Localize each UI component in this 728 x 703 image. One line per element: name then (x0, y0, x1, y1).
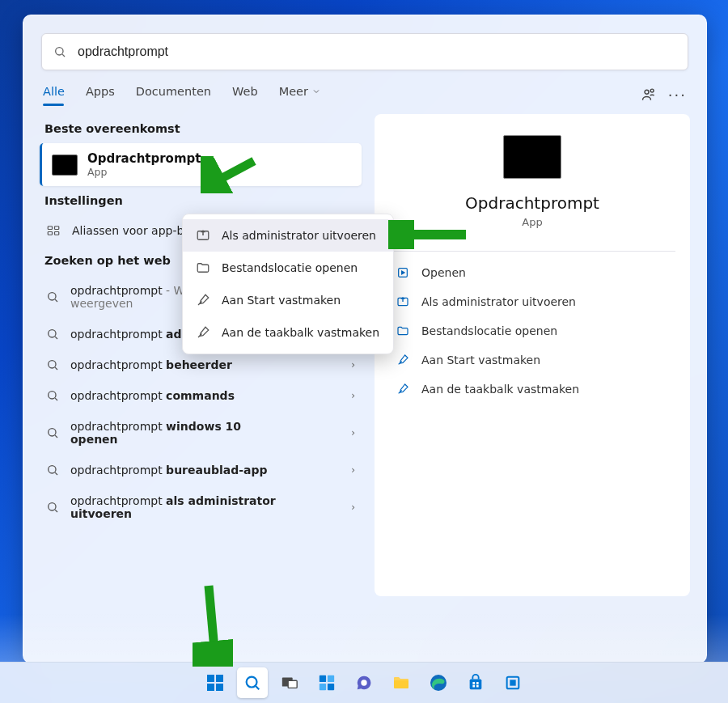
taskbar-widgets-button[interactable] (311, 667, 342, 698)
section-best-match: Beste overeenkomst (40, 114, 362, 143)
search-field[interactable] (41, 33, 688, 70)
detail-action-label: Aan Start vastmaken (421, 354, 540, 366)
context-menu-label: Bestandslocatie openen (222, 261, 358, 274)
svg-line-9 (55, 299, 57, 302)
svg-point-0 (56, 48, 63, 55)
chevron-right-icon[interactable]: › (351, 390, 355, 401)
svg-rect-48 (394, 680, 408, 688)
detail-action-label: Als administrator uitvoeren (421, 295, 576, 308)
search-icon (46, 501, 59, 514)
detail-separator (389, 251, 675, 252)
svg-line-15 (55, 398, 57, 400)
svg-point-3 (650, 89, 654, 92)
svg-rect-4 (48, 227, 52, 230)
svg-rect-46 (328, 684, 334, 690)
taskbar-taskview-button[interactable] (274, 667, 305, 698)
taskbar-store-button[interactable] (460, 667, 491, 698)
web-suggestion-text: opdrachtprompt windows 10 openen (70, 420, 289, 446)
context-menu-label: Aan Start vastmaken (222, 294, 341, 307)
detail-action-label: Openen (421, 266, 466, 279)
filter-apps[interactable]: Apps (86, 85, 115, 104)
detail-pane: Opdrachtprompt App OpenenAls administrat… (375, 114, 690, 596)
svg-rect-54 (476, 685, 479, 688)
detail-subtitle: App (389, 216, 675, 228)
context-menu-item[interactable]: Als administrator uitvoeren (183, 219, 393, 252)
filter-bar: Alle Apps Documenten Web Meer ··· (23, 70, 706, 111)
search-input[interactable] (76, 44, 676, 60)
web-suggestion-text: opdrachtprompt bureaublad-app (70, 464, 268, 476)
svg-line-19 (55, 472, 57, 475)
svg-rect-5 (48, 232, 52, 235)
context-menu-icon (196, 293, 210, 307)
context-menu-item[interactable]: Aan Start vastmaken (183, 284, 393, 316)
svg-rect-56 (510, 680, 515, 685)
web-suggestion[interactable]: opdrachtprompt bureaublad-app› (40, 455, 362, 485)
context-menu-label: Aan de taakbalk vastmaken (222, 326, 379, 339)
svg-rect-35 (207, 675, 214, 682)
detail-action-icon (396, 295, 410, 308)
taskbar-chat-button[interactable] (349, 667, 379, 698)
detail-action[interactable]: Bestandslocatie openen (389, 316, 675, 345)
search-icon (46, 328, 59, 341)
taskbar-start-button[interactable] (200, 667, 231, 698)
svg-line-17 (55, 435, 57, 438)
context-menu-item[interactable]: Bestandslocatie openen (183, 252, 393, 284)
chevron-right-icon[interactable]: › (351, 502, 355, 513)
detail-action-label: Bestandslocatie openen (421, 324, 557, 337)
filter-web[interactable]: Web (232, 85, 258, 104)
svg-rect-37 (207, 684, 214, 691)
svg-point-2 (645, 90, 649, 94)
chevron-right-icon[interactable]: › (351, 359, 355, 371)
detail-action-icon (396, 266, 410, 279)
settings-icon (46, 223, 61, 238)
filter-documents[interactable]: Documenten (136, 85, 211, 104)
detail-action[interactable]: Aan de taakbalk vastmaken (389, 375, 675, 404)
detail-title: Opdrachtprompt (389, 193, 675, 213)
context-menu-icon (196, 260, 210, 275)
detail-action[interactable]: Aan Start vastmaken (389, 345, 675, 375)
svg-point-16 (49, 429, 56, 436)
cmd-prompt-icon (52, 155, 78, 176)
best-match-subtitle: App (87, 166, 201, 178)
taskbar-app-button[interactable] (497, 667, 528, 698)
taskbar-explorer-button[interactable] (386, 667, 417, 698)
chevron-down-icon (311, 87, 321, 96)
web-suggestion[interactable]: opdrachtprompt als administrator uitvoer… (40, 485, 362, 529)
context-menu-icon (196, 228, 210, 243)
detail-action-icon (396, 354, 410, 366)
context-menu-label: Als administrator uitvoeren (222, 229, 376, 242)
accounts-icon[interactable] (641, 87, 657, 103)
svg-rect-42 (288, 680, 297, 688)
svg-point-39 (247, 677, 257, 688)
taskbar-search-button[interactable] (237, 667, 268, 698)
svg-point-47 (361, 680, 366, 685)
web-suggestion[interactable]: opdrachtprompt commands› (40, 380, 362, 411)
context-menu-item[interactable]: Aan de taakbalk vastmaken (183, 316, 393, 349)
more-options-icon[interactable]: ··· (668, 87, 687, 104)
best-match-item[interactable]: Opdrachtprompt App (40, 143, 362, 186)
chevron-right-icon[interactable]: › (351, 464, 355, 476)
svg-rect-6 (55, 227, 59, 230)
search-icon (53, 45, 66, 58)
svg-point-12 (49, 361, 56, 368)
svg-line-21 (55, 510, 57, 512)
web-suggestion[interactable]: opdrachtprompt windows 10 openen› (40, 411, 362, 455)
filter-all[interactable]: Alle (43, 85, 65, 104)
svg-point-14 (49, 392, 56, 399)
taskbar-edge-button[interactable] (423, 667, 454, 698)
svg-rect-7 (55, 232, 59, 235)
detail-action[interactable]: Openen (389, 258, 675, 287)
filter-more[interactable]: Meer (279, 85, 321, 104)
search-icon (46, 290, 59, 303)
taskbar (0, 662, 728, 703)
detail-action-icon (396, 383, 410, 396)
svg-rect-51 (472, 682, 475, 684)
svg-line-40 (256, 686, 259, 689)
chevron-right-icon[interactable]: › (351, 427, 355, 438)
search-icon (46, 389, 59, 402)
svg-line-11 (55, 337, 57, 339)
context-menu-icon (196, 325, 210, 340)
detail-action-label: Aan de taakbalk vastmaken (421, 383, 579, 396)
web-suggestion-text: opdrachtprompt als administrator uitvoer… (70, 494, 289, 520)
detail-action[interactable]: Als administrator uitvoeren (389, 287, 675, 316)
